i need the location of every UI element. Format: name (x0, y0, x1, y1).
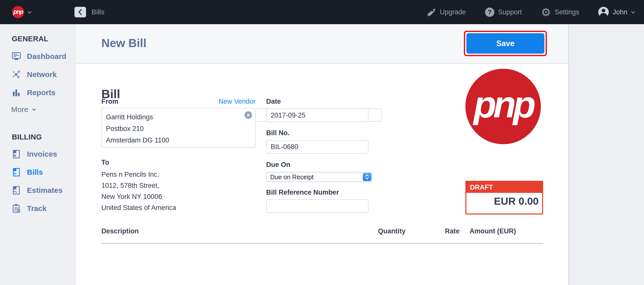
col-header-amount: Amount (EUR) (466, 227, 516, 235)
topbar: pnp Bills Upgrade (0, 0, 644, 24)
sidebar-section-billing: BILLING (12, 133, 42, 141)
new-vendor-link[interactable]: New Vendor (191, 98, 256, 105)
bill-reference-input[interactable] (266, 199, 369, 213)
sidebar-item-track[interactable]: Track (12, 204, 47, 213)
back-button[interactable] (74, 7, 86, 17)
bar-chart-icon (12, 88, 21, 97)
topnav-label: Settings (555, 8, 579, 16)
sidebar-item-label: Reports (27, 88, 55, 97)
date-input[interactable] (266, 109, 369, 122)
select-stepper-icon (363, 173, 371, 181)
org-switcher[interactable]: pnp (12, 6, 30, 18)
breadcrumb: Bills (74, 0, 104, 24)
sidebar-item-dashboard[interactable]: Dashboard (12, 52, 66, 61)
table-divider (101, 243, 543, 244)
save-button[interactable]: Save (466, 33, 544, 54)
bill-no-label: Bill No. (266, 129, 290, 137)
sidebar-more[interactable]: More (11, 105, 35, 114)
dashboard-icon (12, 52, 21, 61)
chevron-down-icon (32, 107, 36, 111)
sidebar-item-bills[interactable]: Bills (12, 168, 43, 177)
sidebar: GENERAL Dashboard (0, 24, 75, 285)
bill-no-input[interactable] (266, 140, 369, 154)
topnav-item-settings[interactable]: ⚙ Settings (541, 8, 579, 17)
status-badge: DRAFT EUR 0.00 (465, 181, 543, 215)
sidebar-item-label: Dashboard (27, 52, 66, 61)
sidebar-item-invoices[interactable]: Invoices (12, 150, 57, 159)
total-amount: EUR 0.00 (468, 195, 539, 207)
sidebar-item-estimates[interactable]: Estimates (12, 186, 63, 195)
vendor-address-box[interactable]: Garritt Holdings Postbox 210 Amsterdam D… (101, 108, 256, 148)
bill-reference-label: Bill Reference Number (266, 189, 339, 196)
app-window: pnp Bills Upgrade (0, 0, 644, 285)
brand-logo-text: pnp (13, 8, 23, 15)
topnav-item-upgrade[interactable]: Upgrade (426, 7, 466, 17)
bill-minus-icon (12, 168, 21, 177)
draft-label: DRAFT (466, 182, 542, 193)
company-logo-icon: pnp (465, 69, 541, 144)
from-label: From (101, 98, 118, 105)
due-on-select[interactable]: Due on Receipt (266, 172, 372, 182)
topnav-label: Support (498, 8, 522, 16)
gear-icon: ⚙ (541, 8, 551, 17)
invoice-plus-icon (12, 150, 21, 159)
sidebar-item-label: Track (27, 204, 47, 213)
question-icon: ? (485, 8, 494, 17)
col-header-description: Description (101, 227, 139, 235)
sidebar-item-label: Estimates (27, 186, 63, 195)
col-header-rate: Rate (409, 227, 460, 235)
user-name: John (613, 8, 627, 16)
due-on-selected-value: Due on Receipt (270, 173, 313, 181)
sidebar-more-label: More (11, 105, 28, 114)
avatar (598, 7, 609, 17)
breadcrumb-label: Bills (92, 8, 104, 16)
brand-logo-icon: pnp (12, 6, 24, 18)
vendor-address-value: Garritt Holdings Postbox 210 Amsterdam D… (106, 111, 251, 146)
to-address-line: 1012, 578th Street, (101, 180, 159, 191)
to-address-line: Pens n Pencils Inc. (101, 169, 159, 180)
sidebar-item-network[interactable]: Network (12, 70, 57, 79)
save-annotation: Save (464, 31, 547, 56)
date-label: Date (266, 98, 281, 105)
network-icon (12, 70, 21, 79)
due-on-label: Due On (266, 161, 290, 169)
topnav-label: Upgrade (440, 8, 466, 16)
chevron-left-icon (78, 8, 83, 16)
close-icon[interactable] (245, 111, 252, 119)
sidebar-item-label: Bills (27, 168, 43, 176)
to-address-line: United States of America (101, 202, 176, 213)
topnav: Upgrade ? Support ⚙ Settings John (426, 0, 634, 24)
right-gutter (568, 24, 644, 285)
user-menu[interactable]: John (598, 7, 634, 17)
sidebar-section-general: GENERAL (12, 35, 48, 43)
chevron-down-icon (28, 10, 32, 14)
to-label: To (101, 159, 109, 166)
question-glyph: ? (488, 8, 492, 16)
sidebar-item-label: Network (27, 70, 57, 79)
rocket-icon (426, 7, 436, 17)
topnav-item-support[interactable]: ? Support (485, 8, 522, 17)
col-header-quantity: Quantity (355, 227, 406, 235)
main-content: New Bill Save Bill From New Vendor Garri… (75, 24, 568, 285)
company-logo-text: pnp (473, 83, 533, 126)
sidebar-item-label: Invoices (27, 150, 57, 158)
page-header: New Bill Save (75, 24, 568, 64)
sidebar-item-reports[interactable]: Reports (12, 88, 55, 97)
chevron-down-icon (631, 10, 635, 14)
track-icon (12, 204, 21, 213)
page-title: New Bill (101, 36, 146, 50)
to-address-line: New York NY 10006 (101, 191, 162, 202)
estimate-icon (12, 186, 21, 195)
